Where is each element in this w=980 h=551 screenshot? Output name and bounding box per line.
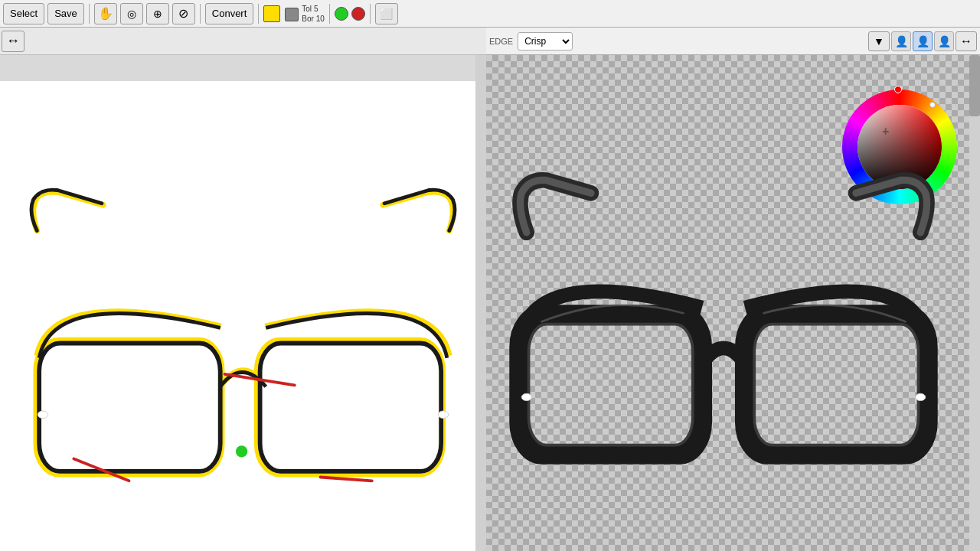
person2-btn[interactable]: 👤 <box>913 31 933 51</box>
svg-rect-3 <box>260 344 442 471</box>
person3-icon: 👤 <box>938 35 951 47</box>
svg-rect-10 <box>519 315 702 454</box>
wheel-white-dot <box>929 102 936 108</box>
green-indicator[interactable] <box>335 7 348 21</box>
bor-label: Bor <box>302 15 315 23</box>
hand-icon: ✋ <box>98 6 113 21</box>
right-canvas[interactable] <box>486 55 980 551</box>
save-button[interactable]: Save <box>47 3 84 24</box>
toolbar-separator-5 <box>370 4 371 24</box>
right-panel: EDGE Crisp Smooth Hard ▼ 👤 👤 👤 <box>486 28 980 551</box>
toolbar-separator-1 <box>89 4 90 24</box>
dropdown-arrow-icon: ▼ <box>874 35 884 47</box>
left-panel: ↔ <box>0 28 486 551</box>
bor-value: 10 <box>316 15 325 23</box>
svg-rect-13 <box>754 324 918 445</box>
eraser-icon: ⬜ <box>380 8 393 20</box>
zoom-tool-button[interactable]: ◎ <box>120 3 143 24</box>
main-area: ↔ <box>0 28 980 551</box>
toolbar-separator-3 <box>258 4 259 24</box>
magnify-tool-button[interactable]: ⊕ <box>146 3 169 24</box>
right-glasses-svg <box>501 116 946 499</box>
svg-point-6 <box>236 445 247 457</box>
main-toolbar: Select Save ✋ ◎ ⊕ ⊘ Convert Tol 5 Bor 10… <box>0 0 980 28</box>
svg-rect-11 <box>745 315 928 454</box>
tol-value: 5 <box>314 5 318 13</box>
forbidden-tool-button[interactable]: ⊘ <box>172 3 195 24</box>
left-scrollbar[interactable] <box>475 55 486 551</box>
zoom-icon: ◎ <box>127 8 136 20</box>
red-indicator[interactable] <box>351 7 365 21</box>
foreground-color-swatch[interactable] <box>263 5 280 22</box>
person1-icon: 👤 <box>895 35 908 47</box>
wheel-red-dot <box>894 86 902 93</box>
svg-point-5 <box>438 411 448 419</box>
person1-btn[interactable]: 👤 <box>891 31 911 51</box>
right-icons-group: ▼ 👤 👤 👤 ↔ <box>868 31 977 51</box>
dropdown-arrow-btn[interactable]: ▼ <box>868 31 890 51</box>
magnify-icon: ⊕ <box>153 8 162 20</box>
left-resize-icon-btn[interactable]: ↔ <box>2 31 24 52</box>
svg-rect-12 <box>529 324 693 445</box>
hand-tool-button[interactable]: ✋ <box>94 3 117 24</box>
convert-button[interactable]: Convert <box>205 3 254 24</box>
edge-label: EDGE <box>489 37 513 46</box>
svg-point-15 <box>916 393 926 400</box>
edge-dropdown[interactable]: Crisp Smooth Hard <box>518 32 573 51</box>
secondary-swatch-container <box>283 5 299 22</box>
right-toolbar: EDGE Crisp Smooth Hard ▼ 👤 👤 👤 <box>486 28 980 55</box>
forbidden-icon: ⊘ <box>178 6 188 21</box>
left-glasses-svg <box>8 142 479 525</box>
eraser-tool-button[interactable]: ⬜ <box>375 3 398 24</box>
select-button[interactable]: Select <box>3 3 44 24</box>
person2-icon: 👤 <box>916 35 929 47</box>
svg-line-9 <box>320 478 371 481</box>
person3-btn[interactable]: 👤 <box>934 31 954 51</box>
arrows-icon: ↔ <box>960 34 972 48</box>
edge-control-group: EDGE Crisp Smooth Hard <box>489 32 573 51</box>
right-scrollbar-thumb[interactable] <box>969 55 980 116</box>
toolbar-separator-2 <box>200 4 201 24</box>
svg-rect-2 <box>39 344 220 471</box>
svg-point-4 <box>38 411 47 419</box>
svg-point-14 <box>521 393 531 400</box>
right-scrollbar[interactable] <box>969 55 980 551</box>
resize-horizontal-icon: ↔ <box>6 33 20 49</box>
tol-bor-display: Tol 5 Bor 10 <box>302 4 324 24</box>
background-color-swatch[interactable] <box>285 8 299 21</box>
left-secondary-toolbar: ↔ <box>0 28 486 55</box>
tol-label: Tol <box>302 5 314 13</box>
arrows-btn[interactable]: ↔ <box>956 31 977 51</box>
toolbar-separator-4 <box>329 4 330 24</box>
left-canvas[interactable] <box>0 81 486 551</box>
color-settings-group: Tol 5 Bor 10 <box>263 4 324 24</box>
